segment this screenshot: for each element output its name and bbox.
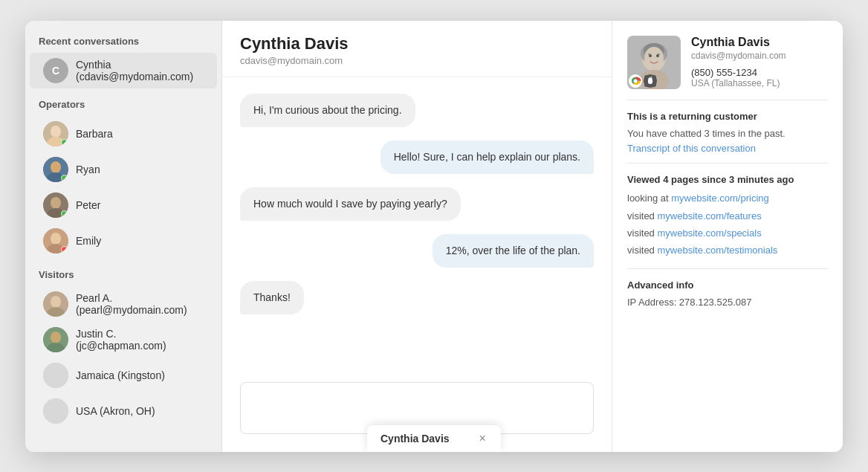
- advanced-section: Advanced info IP Address: 278.123.525.08…: [627, 268, 828, 315]
- close-button[interactable]: ×: [479, 433, 486, 444]
- chrome-icon: [629, 74, 642, 88]
- ip-address: IP Address: 278.123.525.087: [627, 295, 828, 311]
- operators-label: Operators: [25, 99, 221, 116]
- chat-main: Cynthia Davis cdavis@mydomain.com Hi, I'…: [222, 21, 612, 452]
- contact-info-phone: (850) 555-1234: [691, 67, 786, 78]
- contact-header: Cynthia Davis cdavis@mydomain.com (850) …: [627, 36, 828, 89]
- sidebar-item-cynthia[interactable]: C Cynthia (cdavis@mydomain.com): [30, 53, 217, 88]
- returning-section: This is a returning customer You have ch…: [627, 100, 828, 159]
- sidebar-item-usa[interactable]: USA (Akron, OH): [30, 393, 217, 429]
- viewed-url-2[interactable]: mywebsite.com/features: [657, 210, 761, 222]
- viewed-item-2: visited mywebsite.com/features: [627, 207, 828, 224]
- svg-rect-25: [648, 54, 651, 55]
- svg-point-13: [51, 296, 61, 308]
- avatar-justin: [43, 327, 68, 352]
- avatar-peter: [43, 193, 68, 218]
- sidebar-name-ryan: Ryan: [76, 164, 100, 175]
- returning-text: You have chatted 3 times in the past.: [627, 126, 828, 142]
- sidebar-item-jamaica[interactable]: Jamaica (Kingston): [30, 358, 217, 393]
- viewed-url-3[interactable]: mywebsite.com/specials: [657, 227, 761, 239]
- svg-point-1: [51, 126, 61, 138]
- apple-icon: [644, 74, 657, 88]
- message-5: Thanks!: [240, 281, 304, 314]
- sidebar-item-justin[interactable]: Justin C. (jc@chapman.com): [30, 322, 217, 358]
- online-dot-peter: [61, 210, 68, 217]
- chat-contact-email: cdavis@mydomain.com: [240, 55, 594, 66]
- online-dot-ryan: [61, 175, 68, 181]
- browser-icons: [629, 74, 657, 88]
- sidebar-name-peter: Peter: [76, 199, 100, 211]
- right-panel: Cynthia Davis cdavis@mydomain.com (850) …: [612, 21, 843, 452]
- viewed-items: looking at mywebsite.com/pricing visited…: [627, 190, 828, 259]
- svg-point-30: [634, 79, 638, 83]
- sidebar-name-jamaica: Jamaica (Kingston): [76, 369, 165, 381]
- avatar-pearl: [43, 291, 68, 317]
- chat-header: Cynthia Davis cdavis@mydomain.com: [222, 21, 612, 77]
- viewed-url-1[interactable]: mywebsite.com/pricing: [671, 193, 769, 204]
- app-window: Recent conversations C Cynthia (cdavis@m…: [25, 21, 843, 452]
- contact-info-location: USA (Tallahassee, FL): [691, 78, 786, 88]
- transcript-link[interactable]: Transcript of this conversation: [627, 143, 828, 154]
- visitors-label: Visitors: [25, 269, 221, 286]
- contact-avatar: [627, 36, 681, 89]
- recent-label: Recent conversations: [25, 36, 221, 53]
- contact-info-email: cdavis@mydomain.com: [691, 51, 786, 61]
- viewed-item-3: visited mywebsite.com/specials: [627, 224, 828, 242]
- svg-point-22: [644, 47, 664, 69]
- bottom-bar: Cynthia Davis ×: [367, 425, 501, 452]
- sidebar-item-ryan[interactable]: Ryan: [30, 152, 217, 187]
- avatar-emily: [43, 228, 68, 253]
- avatar-cynthia: C: [43, 58, 68, 83]
- online-dot-emily: [61, 246, 68, 253]
- sidebar-name-pearl: Pearl A. (pearl@mydomain.com): [76, 292, 204, 316]
- avatar-ryan: [43, 157, 68, 182]
- sidebar-item-barbara[interactable]: Barbara: [30, 116, 217, 152]
- online-dot-barbara: [61, 139, 68, 146]
- avatar-jamaica: [43, 363, 68, 388]
- returning-title: This is a returning customer: [627, 111, 828, 122]
- svg-rect-26: [657, 54, 660, 55]
- chat-contact-name: Cynthia Davis: [240, 34, 594, 54]
- sidebar: Recent conversations C Cynthia (cdavis@m…: [25, 21, 222, 452]
- sidebar-name-emily: Emily: [76, 235, 101, 247]
- contact-info-name: Cynthia Davis: [691, 36, 786, 49]
- avatar-barbara: [43, 121, 68, 146]
- viewed-section: Viewed 4 pages since 3 minutes ago looki…: [627, 163, 828, 264]
- message-2: Hello! Sure, I can help explain our plan…: [380, 140, 594, 174]
- contact-info: Cynthia Davis cdavis@mydomain.com (850) …: [691, 36, 786, 88]
- message-4: 12%, over the life of the plan.: [433, 234, 594, 268]
- viewed-title: Viewed 4 pages since 3 minutes ago: [627, 174, 828, 185]
- viewed-item-1: looking at mywebsite.com/pricing: [627, 190, 828, 207]
- svg-point-7: [51, 197, 61, 209]
- sidebar-item-peter[interactable]: Peter: [30, 187, 217, 223]
- advanced-title: Advanced info: [627, 279, 828, 291]
- svg-point-4: [51, 161, 61, 173]
- sidebar-name-usa: USA (Akron, OH): [76, 405, 155, 417]
- viewed-url-4[interactable]: mywebsite.com/testimonials: [657, 245, 777, 256]
- bottom-bar-name: Cynthia Davis: [380, 433, 450, 444]
- sidebar-item-pearl[interactable]: Pearl A. (pearl@mydomain.com): [30, 286, 217, 322]
- sidebar-name-barbara: Barbara: [76, 128, 113, 140]
- sidebar-name-cynthia: Cynthia (cdavis@mydomain.com): [76, 59, 204, 83]
- message-3: How much would I save by paying yearly?: [240, 187, 461, 221]
- viewed-item-4: visited mywebsite.com/testimonials: [627, 242, 828, 259]
- chat-messages: Hi, I'm curious about the pricing. Hello…: [222, 77, 612, 373]
- svg-point-10: [51, 233, 61, 245]
- avatar-usa: [43, 398, 68, 424]
- sidebar-item-emily[interactable]: Emily: [30, 223, 217, 259]
- sidebar-name-justin: Justin C. (jc@chapman.com): [76, 328, 204, 352]
- svg-point-16: [51, 332, 61, 343]
- message-1: Hi, I'm curious about the pricing.: [240, 94, 415, 127]
